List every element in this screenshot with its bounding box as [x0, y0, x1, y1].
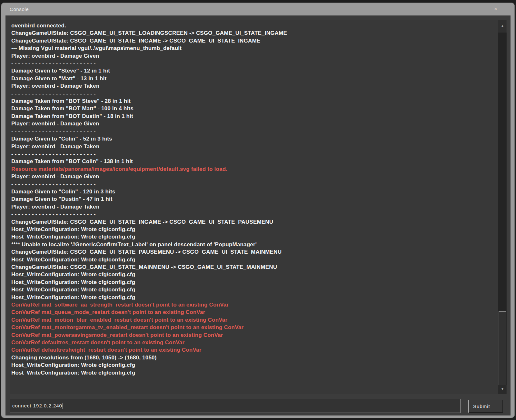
console-line: Changing resolutions from (1680, 1050) -… — [11, 354, 498, 361]
console-line: Player: ovenbird - Damage Given — [11, 120, 498, 127]
console-line: ------------------------- — [11, 181, 498, 188]
console-line: Damage Given to "Colin" - 120 in 3 hits — [11, 188, 498, 195]
console-line: ------------------------- — [11, 90, 498, 97]
console-line: Player: ovenbird - Damage Taken — [11, 82, 498, 90]
console-line: ConVarRef defaultresheight_restart doesn… — [11, 346, 498, 354]
console-line: ------------------------- — [11, 60, 498, 67]
console-line: Host_WriteConfiguration: Wrote cfg/confi… — [11, 286, 498, 293]
console-line: Resource materials/panorama/images/icons… — [11, 165, 498, 173]
console-line: ovenbird connected. — [11, 22, 498, 29]
title-bar[interactable]: Console × — [1, 3, 515, 15]
console-lines: ovenbird connected.ChangeGameUIState: CS… — [10, 20, 498, 394]
window-body: ovenbird connected.ChangeGameUIState: CS… — [5, 15, 511, 415]
console-line: Player: ovenbird - Damage Given — [11, 173, 498, 180]
scroll-down-icon: ▼ — [501, 387, 504, 391]
console-line: --- Missing Vgui material vgui/..\vgui\m… — [11, 44, 498, 52]
console-line: Damage Taken from "BOT Dustin" - 18 in 1… — [11, 112, 498, 120]
console-line: ------------------------- — [11, 210, 498, 218]
scroll-down-button[interactable]: ▼ — [498, 385, 507, 394]
console-line: Damage Given to "Dustin" - 47 in 1 hit — [11, 195, 498, 203]
console-line: Player: ovenbird - Damage Taken — [11, 203, 498, 210]
scrollbar[interactable]: ▲ ▼ — [498, 20, 507, 394]
console-line: Damage Given to "Matt" - 13 in 1 hit — [11, 75, 498, 82]
text-cursor — [63, 403, 63, 409]
console-line: ChangeGameUIState: CSGO_GAME_UI_STATE_LO… — [11, 29, 498, 37]
console-line: ConVarRef mat_motion_blur_enabled_restar… — [11, 316, 498, 324]
console-line: ChangeGameUIState: CSGO_GAME_UI_STATE_MA… — [11, 263, 498, 271]
console-line: Damage Taken from "BOT Colin" - 138 in 1… — [11, 158, 498, 165]
console-line: Player: ovenbird - Damage Given — [11, 52, 498, 60]
console-line: ConVarRef mat_monitorgamma_tv_enabled_re… — [11, 324, 498, 331]
console-line: Damage Taken from "BOT Matt" - 100 in 4 … — [11, 105, 498, 112]
console-line: Host_WriteConfiguration: Wrote cfg/confi… — [11, 369, 498, 376]
console-line: ConVarRef mat_powersavingsmode_restart d… — [11, 331, 498, 339]
console-line: Damage Given to "Steve" - 12 in 1 hit — [11, 67, 498, 74]
console-window: Console × ovenbird connected.ChangeGameU… — [1, 3, 515, 418]
console-line: ConVarRef defaultres_restart doesn't poi… — [11, 339, 498, 346]
close-icon[interactable]: × — [492, 5, 499, 13]
console-line: ChangeGameUIState: CSGO_GAME_UI_STATE_PA… — [11, 248, 498, 256]
console-line: **** Unable to localize '#GenericConfirm… — [11, 241, 498, 248]
console-line: Host_WriteConfiguration: Wrote cfg/confi… — [11, 271, 498, 278]
console-line: Host_WriteConfiguration: Wrote cfg/confi… — [11, 256, 498, 263]
console-line: Player: ovenbird - Damage Taken — [11, 143, 498, 150]
console-line: ChangeGameUIState: CSGO_GAME_UI_STATE_IN… — [11, 37, 498, 44]
console-line: Host_WriteConfiguration: Wrote cfg/confi… — [11, 226, 498, 233]
scroll-up-button[interactable]: ▲ — [498, 20, 507, 33]
console-line: Host_WriteConfiguration: Wrote cfg/confi… — [11, 294, 498, 301]
console-line: ChangeGameUIState: CSGO_GAME_UI_STATE_IN… — [11, 218, 498, 226]
command-input[interactable]: connect 192.0.2.240 — [10, 399, 461, 413]
console-line: Damage Taken from "BOT Steve" - 28 in 1 … — [11, 97, 498, 105]
window-title: Console — [10, 6, 29, 12]
console-line: ------------------------- — [11, 128, 498, 135]
console-line: ------------------------- — [11, 150, 498, 158]
submit-button[interactable]: Submit — [468, 400, 503, 413]
scroll-up-icon: ▲ — [501, 24, 504, 28]
scrollbar-thumb[interactable] — [499, 311, 506, 386]
console-line: Host_WriteConfiguration: Wrote cfg/confi… — [11, 233, 498, 240]
console-line: Host_WriteConfiguration: Wrote cfg/confi… — [11, 278, 498, 286]
console-line: Host_WriteConfiguration: Wrote cfg/confi… — [11, 361, 498, 369]
console-line: Damage Given to "Colin" - 52 in 3 hits — [11, 135, 498, 142]
console-output: ovenbird connected.ChangeGameUIState: CS… — [10, 20, 507, 394]
console-line: ConVarRef mat_queue_mode_restart doesn't… — [11, 308, 498, 316]
command-input-value: connect 192.0.2.240 — [12, 403, 62, 408]
console-line: ConVarRef mat_software_aa_strength_resta… — [11, 301, 498, 308]
